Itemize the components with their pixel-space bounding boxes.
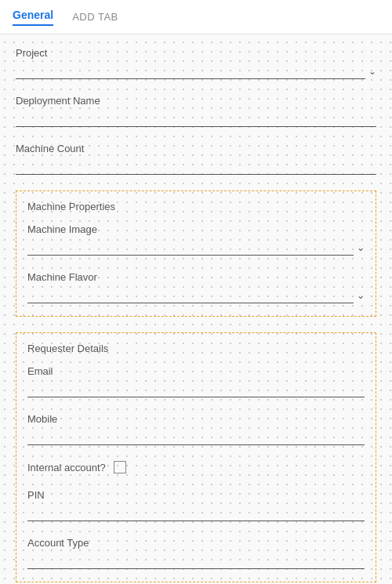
machine-count-label: Machine Count [16, 143, 376, 154]
deployment-name-label: Deployment Name [16, 95, 376, 107]
pin-label: PIN [27, 489, 365, 501]
tab-add[interactable]: ADD TAB [72, 11, 118, 23]
machine-image-field-group: Machine Image ⌄ [27, 223, 365, 256]
email-field-group: Email [27, 365, 365, 397]
project-input[interactable] [16, 63, 365, 79]
mobile-label: Mobile [27, 413, 365, 425]
project-input-wrapper: ⌄ [16, 63, 376, 79]
project-field-group: Project ⌄ [16, 47, 376, 79]
machine-image-label: Machine Image [27, 223, 365, 235]
tab-general[interactable]: General [13, 9, 53, 26]
pin-field-group: PIN [27, 489, 365, 521]
machine-flavor-chevron-icon: ⌄ [357, 290, 365, 301]
deployment-name-input[interactable] [16, 111, 376, 127]
machine-image-input-wrapper: ⌄ [27, 240, 365, 256]
email-input[interactable] [27, 382, 365, 397]
machine-flavor-input-wrapper: ⌄ [27, 288, 365, 303]
account-type-label: Account Type [27, 537, 365, 549]
account-type-input[interactable] [27, 553, 365, 569]
page-container: General ADD TAB Project ⌄ Deployment Nam… [0, 0, 392, 584]
account-type-field-group: Account Type [27, 537, 365, 569]
internal-account-checkbox[interactable] [114, 461, 126, 473]
machine-count-input[interactable] [16, 159, 376, 175]
internal-account-label: Internal account? [27, 462, 106, 473]
machine-image-chevron-icon: ⌄ [357, 242, 365, 253]
machine-flavor-field-group: Machine Flavor ⌄ [27, 271, 365, 303]
deployment-name-field-group: Deployment Name [16, 95, 376, 127]
machine-flavor-input[interactable] [27, 288, 354, 303]
internal-account-field-group: Internal account? [27, 461, 365, 473]
project-label: Project [16, 47, 376, 59]
tab-bar: General ADD TAB [0, 0, 392, 34]
mobile-input[interactable] [27, 430, 365, 445]
machine-count-field-group: Machine Count [16, 143, 376, 175]
email-label: Email [27, 365, 365, 377]
machine-properties-section: Machine Properties Machine Image ⌄ Machi… [16, 190, 376, 317]
main-content: Project ⌄ Deployment Name Machine Count … [0, 34, 392, 584]
machine-properties-title: Machine Properties [27, 201, 365, 212]
internal-account-wrapper: Internal account? [27, 461, 365, 473]
machine-image-input[interactable] [27, 240, 354, 256]
requester-details-section: Requester Details Email Mobile Internal … [16, 332, 376, 582]
pin-input[interactable] [27, 506, 365, 521]
project-chevron-icon: ⌄ [368, 66, 376, 77]
requester-details-title: Requester Details [27, 343, 365, 354]
machine-flavor-label: Machine Flavor [27, 271, 365, 283]
mobile-field-group: Mobile [27, 413, 365, 445]
